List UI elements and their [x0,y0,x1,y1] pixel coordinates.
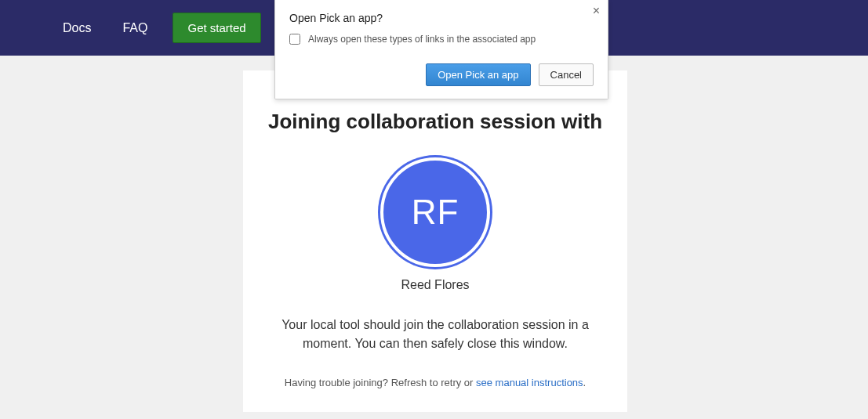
manual-instructions-link[interactable]: see manual instructions [476,377,583,388]
nav-docs[interactable]: Docs [47,13,107,43]
dialog-actions: Open Pick an app Cancel [289,63,594,86]
nav-faq[interactable]: FAQ [107,13,163,43]
avatar-container: RF [267,157,604,267]
user-name: Reed Flores [267,278,604,292]
dialog-title: Open Pick an app? [289,12,594,24]
trouble-suffix: . [583,377,587,388]
open-app-button[interactable]: Open Pick an app [426,63,530,86]
cancel-button[interactable]: Cancel [539,63,594,86]
get-started-button[interactable]: Get started [173,13,260,43]
dialog-checkbox-row: Always open these types of links in the … [289,34,594,45]
always-open-checkbox[interactable] [289,34,300,45]
session-card: Joining collaboration session with RF Re… [243,70,627,412]
always-open-label[interactable]: Always open these types of links in the … [308,34,536,45]
session-heading: Joining collaboration session with [267,110,604,134]
close-icon[interactable]: × [593,5,600,17]
session-description: Your local tool should join the collabor… [267,316,604,353]
avatar: RF [380,157,490,267]
open-app-dialog: × Open Pick an app? Always open these ty… [274,0,608,99]
trouble-prefix: Having trouble joining? Refresh to retry… [285,377,476,388]
avatar-initials: RF [412,193,459,232]
trouble-text: Having trouble joining? Refresh to retry… [267,377,604,388]
